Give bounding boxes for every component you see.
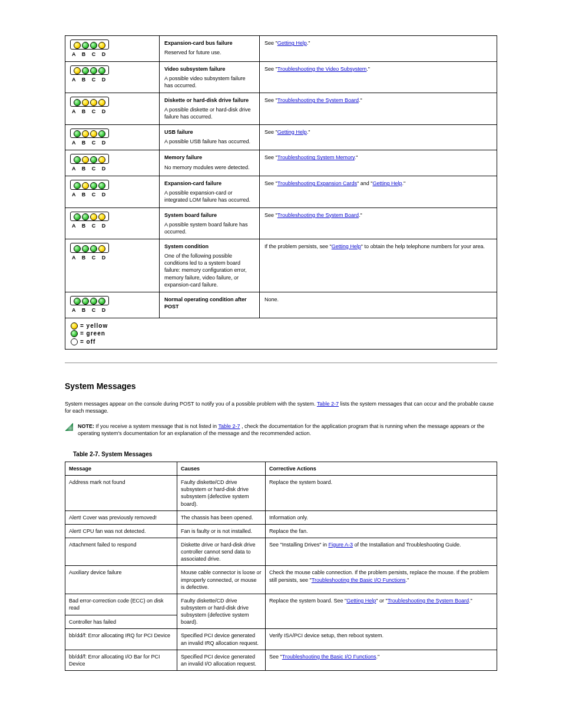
- led-labels: A B C D: [70, 222, 154, 229]
- note-label: NOTE:: [78, 423, 94, 429]
- led-cell: A B C D: [65, 61, 160, 93]
- action-link[interactable]: Troubleshooting System Memory: [277, 154, 355, 160]
- led-labels: A B C D: [70, 51, 154, 58]
- led-g: [98, 182, 105, 189]
- led-g: [90, 42, 97, 49]
- legend-green-dot: [71, 330, 78, 337]
- action-cell: Verify ISA/PCI device setup, then reboot…: [266, 629, 497, 650]
- action-cell: See "Getting Help.": [260, 36, 497, 62]
- led-labels: A B C D: [70, 191, 154, 198]
- led-labels: A B C D: [70, 108, 154, 115]
- action-cell: See "Troubleshooting the System Board.": [260, 207, 497, 239]
- msg-row: Alert! CPU fan was not detected.Fan is f…: [65, 524, 497, 538]
- cause-body: One of the following possible conditions…: [164, 252, 254, 288]
- action-cell: Replace the system board.: [266, 476, 497, 511]
- legend-yellow-label: = yellow: [80, 322, 108, 329]
- system-messages-table: Message Causes Corrective Actions Addres…: [65, 462, 497, 671]
- led-g: [74, 182, 81, 189]
- action-cell: Information only.: [266, 510, 497, 524]
- led-y: [90, 99, 97, 106]
- msg-row: bb/dd/f: Error allocating IRQ for PCI De…: [65, 629, 497, 650]
- msg-action-link[interactable]: Troubleshooting the Basic I/O Functions: [312, 577, 406, 583]
- cause-title: USB failure: [164, 129, 254, 136]
- led-g: [74, 99, 81, 106]
- msg-cell: Alert! CPU fan was not detected.: [65, 524, 177, 538]
- diag-row: A B C DExpansion-card failureA possible …: [65, 176, 497, 207]
- msg-action-link[interactable]: Troubleshooting the Basic I/O Functions: [282, 654, 376, 660]
- cause-title: Memory failure: [164, 154, 254, 161]
- cause-body: A possible USB failure has occurred.: [164, 138, 254, 145]
- cause-title: Expansion-card failure: [164, 180, 254, 187]
- cause-cell: Specified PCI device generated an invali…: [177, 650, 266, 670]
- action-cell: See "Installing Drives" in Figure A-3 of…: [266, 538, 497, 566]
- cause-cell: Memory failureNo memory modules were det…: [160, 150, 260, 176]
- cause-body: A possible video subsystem failure has o…: [164, 75, 254, 89]
- cause-cell: Video subsystem failureA possible video …: [160, 61, 260, 93]
- intro-table-link[interactable]: Table 2-7: [317, 401, 339, 407]
- led-labels: A B C D: [70, 307, 154, 314]
- msg-row: Auxiliary device failureMouse cable conn…: [65, 566, 497, 594]
- led-y: [98, 99, 105, 106]
- note-block: NOTE: If you receive a system message th…: [65, 423, 497, 437]
- action-link[interactable]: Getting Help: [332, 243, 361, 249]
- diag-row: A B C DExpansion-card bus failureReserve…: [65, 36, 497, 62]
- action-cell: See "Troubleshooting Expansion Cards" an…: [260, 176, 497, 207]
- cause-cell: Normal operating condition after POST: [160, 292, 260, 318]
- led-g: [90, 67, 97, 74]
- section-heading: System Messages: [65, 381, 497, 392]
- cause-cell: Faulty diskette/CD drive subsystem or ha…: [177, 594, 266, 629]
- action-cell: See "Getting Help.": [260, 124, 497, 150]
- cause-cell: Faulty diskette/CD drive subsystem or ha…: [177, 476, 266, 511]
- cause-title: Diskette or hard-disk drive failure: [164, 97, 254, 104]
- action-link[interactable]: Getting Help: [277, 40, 307, 46]
- led-cell: A B C D: [65, 124, 160, 150]
- section-intro: System messages appear on the console du…: [65, 400, 497, 414]
- action-link[interactable]: Troubleshooting the System Board: [277, 97, 359, 103]
- cause-title: System condition: [164, 243, 254, 250]
- intro-pre: System messages appear on the console du…: [65, 401, 317, 407]
- cause-title: System board failure: [164, 212, 254, 219]
- msg-cell: Attachment failed to respond: [65, 538, 177, 566]
- cause-body: A possible diskette or hard-disk drive f…: [164, 106, 254, 120]
- msg-row: bb/dd/f: Error allocating I/O Bar for PC…: [65, 650, 497, 670]
- msg-action-link-2[interactable]: Troubleshooting the System Board: [388, 598, 469, 604]
- action-link[interactable]: Troubleshooting Expansion Cards: [277, 180, 357, 186]
- action-link[interactable]: Troubleshooting the System Board: [277, 212, 359, 218]
- led-cell: A B C D: [65, 239, 160, 292]
- msg-action-link[interactable]: Getting Help: [346, 598, 376, 604]
- led-cell: A B C D: [65, 150, 160, 176]
- cause-cell: The chassis has been opened.: [177, 510, 266, 524]
- diag-row: A B C DVideo subsystem failureA possible…: [65, 61, 497, 93]
- led-g: [82, 213, 89, 220]
- msg-cell: Auxiliary device failure: [65, 566, 177, 594]
- led-cell: A B C D: [65, 176, 160, 207]
- msg-header-cause: Causes: [177, 462, 266, 476]
- legend-green-label: = green: [80, 330, 105, 337]
- cause-title: Expansion-card bus failure: [164, 39, 254, 47]
- cause-title: Normal operating condition after POST: [164, 296, 254, 310]
- cause-title: Video subsystem failure: [164, 65, 254, 73]
- action-link-2[interactable]: Getting Help: [372, 180, 402, 186]
- led-y: [98, 245, 105, 252]
- led-y: [82, 182, 89, 189]
- led-labels: A B C D: [70, 165, 154, 172]
- led-labels: A B C D: [70, 254, 154, 261]
- cause-cell: Fan is faulty or is not installed.: [177, 524, 266, 538]
- msg-cell: bb/dd/f: Error allocating IRQ for PCI De…: [65, 629, 177, 650]
- msg-action-link[interactable]: Figure A-3: [328, 542, 353, 548]
- msg-header-message: Message: [65, 462, 177, 476]
- led-cell: A B C D: [65, 36, 160, 62]
- note-table-link[interactable]: Table 2-7: [218, 423, 240, 429]
- action-link[interactable]: Getting Help: [277, 129, 307, 135]
- cause-cell: System board failureA possible system bo…: [160, 207, 260, 239]
- action-link[interactable]: Troubleshooting the Video Subsystem: [277, 66, 367, 72]
- msg-row: Address mark not foundFaulty diskette/CD…: [65, 476, 497, 511]
- msg-row: Attachment failed to respondDiskette dri…: [65, 538, 497, 566]
- cause-body: Reserved for future use.: [164, 49, 254, 56]
- cause-cell: Expansion-card bus failureReserved for f…: [160, 36, 260, 62]
- led-g: [98, 298, 105, 305]
- legend-off-label: = off: [80, 338, 95, 345]
- action-cell: Check the mouse cable connection. If the…: [266, 566, 497, 594]
- diag-row: A B C DUSB failureA possible USB failure…: [65, 124, 497, 150]
- led-g: [90, 182, 97, 189]
